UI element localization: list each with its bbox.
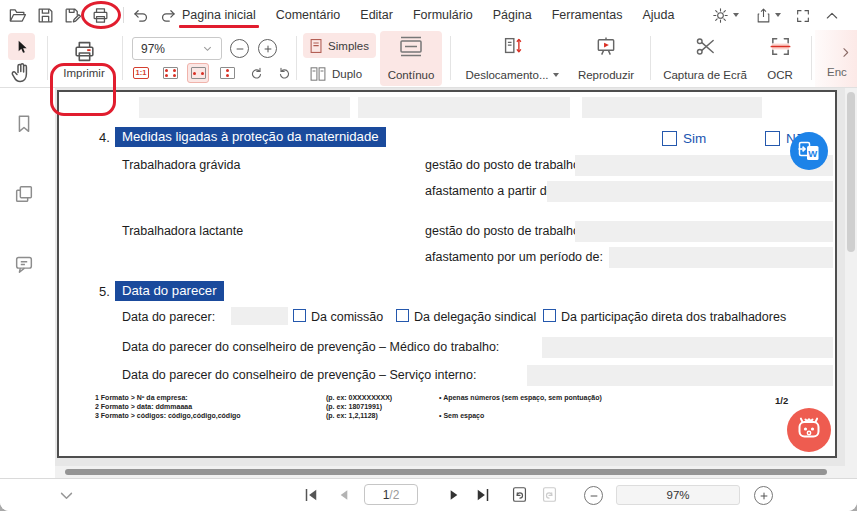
rotate-ccw-button[interactable] bbox=[273, 63, 295, 83]
pdf-page: 4. Medidas ligadas à proteção da materni… bbox=[57, 90, 837, 458]
play-button[interactable]: Reproduzir bbox=[568, 31, 644, 86]
save-as-icon[interactable] bbox=[63, 6, 82, 25]
participacao-checkbox[interactable] bbox=[543, 309, 556, 322]
delegacao-checkbox[interactable] bbox=[396, 309, 409, 322]
open-folder-icon[interactable] bbox=[8, 6, 27, 25]
tab-editar[interactable]: Editar bbox=[360, 0, 393, 30]
hand-tool-icon[interactable] bbox=[9, 61, 33, 85]
undo-icon[interactable] bbox=[131, 6, 150, 25]
form-field[interactable] bbox=[609, 247, 833, 268]
form-field[interactable] bbox=[358, 97, 570, 118]
footnote-text: 1 Formato > Nº da empresa: bbox=[95, 394, 188, 401]
pdf-to-word-button[interactable]: W bbox=[790, 132, 828, 170]
single-page-button[interactable]: Simples bbox=[303, 33, 376, 58]
form-field[interactable] bbox=[575, 221, 833, 242]
prev-page-icon[interactable] bbox=[336, 487, 352, 503]
statusbar-zoom-out[interactable] bbox=[584, 486, 603, 505]
continuous-label: Contínuo bbox=[388, 69, 435, 81]
date-label: Data do parecer: bbox=[122, 310, 215, 324]
theme-icon[interactable] bbox=[712, 7, 729, 24]
tab-pagina[interactable]: Página bbox=[493, 0, 532, 30]
page-current: 1 bbox=[383, 488, 390, 502]
next-page-icon[interactable] bbox=[446, 487, 462, 503]
toolbar-overflow[interactable]: Enc bbox=[815, 30, 857, 87]
print-icon[interactable] bbox=[91, 6, 110, 25]
horizontal-scrollbar-thumb[interactable] bbox=[65, 469, 827, 475]
assistant-mascot-button[interactable] bbox=[787, 408, 831, 452]
sim-checkbox[interactable] bbox=[662, 131, 677, 146]
double-page-button[interactable]: Duplo bbox=[303, 61, 376, 86]
theme-caret-icon[interactable] bbox=[733, 13, 739, 17]
comissao-checkbox[interactable] bbox=[293, 309, 306, 322]
scrolling-caret-icon bbox=[553, 73, 559, 77]
save-icon[interactable] bbox=[36, 6, 55, 25]
checkbox-label: Da comissão bbox=[311, 310, 383, 324]
tab-ferramentas[interactable]: Ferramentas bbox=[552, 0, 623, 30]
comment-icon[interactable] bbox=[13, 253, 35, 275]
checkbox-label: Da delegação sindical bbox=[414, 310, 536, 324]
fullscreen-icon[interactable] bbox=[795, 8, 811, 24]
tab-label: Ferramentas bbox=[552, 8, 623, 22]
svg-text:W: W bbox=[808, 148, 817, 159]
chevron-down-icon bbox=[202, 43, 213, 54]
fit-page-icon bbox=[163, 67, 178, 79]
page-fraction: 1/2 bbox=[775, 395, 788, 406]
thumbnails-icon[interactable] bbox=[13, 183, 35, 205]
footnote-note: • Apenas números (sem espaço, sem pontua… bbox=[439, 394, 602, 401]
continuous-button[interactable]: Contínuo bbox=[380, 31, 442, 86]
fit-page-button[interactable] bbox=[159, 63, 181, 83]
fit-width-button[interactable] bbox=[187, 63, 209, 83]
single-page-label: Simples bbox=[328, 40, 369, 52]
tab-comentario[interactable]: Comentário bbox=[276, 0, 341, 30]
zoom-in-button[interactable] bbox=[258, 39, 277, 58]
tab-ajuda[interactable]: Ajuda bbox=[643, 0, 675, 30]
form-field[interactable] bbox=[547, 181, 833, 202]
first-page-icon[interactable] bbox=[302, 486, 320, 504]
vertical-scrollbar[interactable] bbox=[845, 88, 857, 466]
screenshot-button[interactable]: Captura de Ecrã bbox=[658, 31, 752, 86]
zoom-level-select[interactable]: 97% bbox=[132, 37, 222, 60]
active-tab-underline bbox=[179, 25, 259, 28]
section4-title: Medidas ligadas à proteção da maternidad… bbox=[115, 127, 386, 147]
nao-checkbox[interactable] bbox=[765, 131, 780, 146]
tab-label: Pagina inicial bbox=[182, 8, 256, 22]
collapse-toolbar-icon[interactable] bbox=[824, 8, 840, 24]
select-cursor-button[interactable] bbox=[8, 33, 35, 60]
scrolling-icon bbox=[501, 35, 523, 57]
plus-icon bbox=[759, 491, 769, 501]
share-icon[interactable] bbox=[755, 7, 772, 24]
vertical-scrollbar-thumb[interactable] bbox=[847, 92, 855, 252]
form-field[interactable] bbox=[542, 337, 833, 358]
redo-icon[interactable] bbox=[159, 6, 178, 25]
form-field[interactable] bbox=[139, 97, 350, 118]
tab-pagina-inicial[interactable]: Pagina inicial bbox=[182, 0, 256, 30]
form-field[interactable] bbox=[527, 365, 833, 386]
print-button[interactable]: Imprimir bbox=[54, 35, 114, 84]
separator bbox=[450, 36, 451, 80]
bookmark-icon[interactable] bbox=[13, 113, 35, 135]
scrolling-label: Deslocamento... bbox=[465, 69, 548, 81]
form-field[interactable] bbox=[231, 307, 288, 325]
rotate-cw-button[interactable] bbox=[245, 63, 267, 83]
page-number-input[interactable]: 1/2 bbox=[364, 484, 418, 505]
statusbar-zoom-in[interactable] bbox=[754, 486, 773, 505]
medico-label: Data do parecer do conselheiro de preven… bbox=[122, 340, 499, 354]
form-field[interactable] bbox=[582, 97, 762, 118]
statusbar-zoom-level[interactable]: 97% bbox=[616, 485, 740, 505]
last-page-icon[interactable] bbox=[474, 486, 492, 504]
ocr-button[interactable]: OCR bbox=[757, 31, 803, 86]
previous-view-icon[interactable] bbox=[510, 485, 529, 504]
share-caret-icon[interactable] bbox=[775, 13, 781, 17]
footnote-example: (p. ex: 18071991) bbox=[326, 403, 382, 410]
page-total: /2 bbox=[389, 488, 399, 502]
scrolling-button[interactable]: Deslocamento... bbox=[458, 31, 566, 86]
next-view-icon[interactable] bbox=[540, 485, 559, 504]
fit-height-button[interactable] bbox=[216, 63, 238, 83]
menu-tabs: Pagina inicial Comentário Editar Formulá… bbox=[182, 0, 674, 30]
tab-formulario[interactable]: Formulário bbox=[413, 0, 473, 30]
actual-size-button[interactable]: 1:1 bbox=[130, 63, 152, 83]
collapse-panel-icon[interactable] bbox=[58, 487, 75, 504]
horizontal-scrollbar[interactable] bbox=[55, 466, 857, 478]
sim-label: Sim bbox=[683, 131, 706, 146]
zoom-out-button[interactable] bbox=[230, 39, 249, 58]
